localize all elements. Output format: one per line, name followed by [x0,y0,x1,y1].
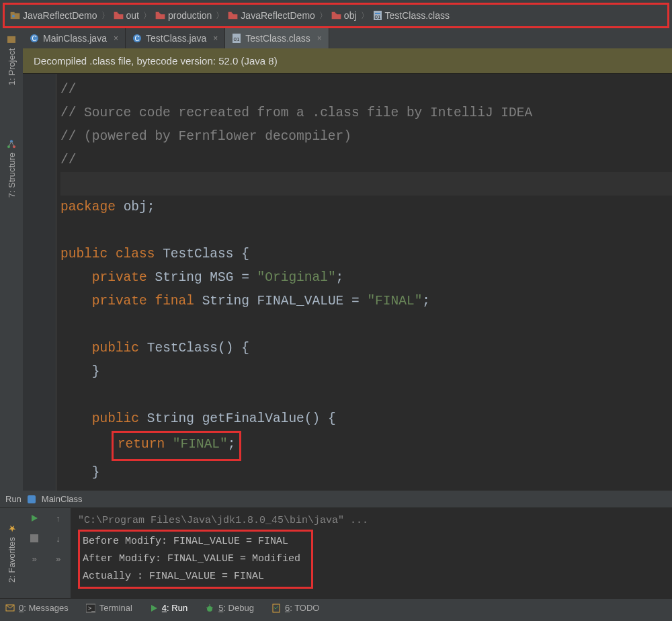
up-button[interactable]: ↑ [52,512,65,524]
status-terminal[interactable]: >_ Terminal [86,603,132,613]
svg-rect-6 [7,36,15,43]
svg-text:C: C [32,35,36,42]
breadcrumb-label: obj [344,10,357,21]
down-button[interactable]: ↓ [52,532,65,544]
breadcrumb-item-root[interactable]: JavaReflectDemo [10,10,97,21]
status-label: 4: Run [162,603,187,613]
more-button[interactable]: » [52,552,65,565]
editor: C MainClass.java × C TestClass.java × 01… [23,28,672,491]
stop-button[interactable] [28,532,40,544]
run-panel: Run MainClass 2: Favorites ★ » ↑ ↓ » "C:… [0,491,672,598]
tool-structure[interactable]: 7: Structure [7,139,17,198]
svg-text:>_: >_ [88,605,95,612]
svg-text:C: C [134,35,139,42]
console-line: Actually : FINAL_VALUE = FINAL [83,568,300,585]
chevron-right-icon: 〉 [216,10,224,22]
status-debug[interactable]: 5: Debug [205,603,254,613]
svg-rect-16 [28,495,36,503]
tool-label: 1: Project [7,48,17,85]
console-line: Before Modify: FINAL_VALUE = FINAL [83,533,300,550]
gutter[interactable] [23,74,56,491]
tool-favorites[interactable]: 2: Favorites ★ [7,524,17,583]
breadcrumb-item[interactable]: out [114,10,139,21]
tab-label: MainClass.java [43,33,107,44]
breadcrumb-item[interactable]: obj [331,10,357,21]
tool-project[interactable]: 1: Project [7,35,17,85]
more-button[interactable]: » [28,552,40,565]
folder-icon [331,11,341,19]
left-tool-rail-lower: 2: Favorites ★ [0,508,23,598]
run-toolbar-inner: ↑ ↓ » [46,508,71,598]
highlighted-output: Before Modify: FINAL_VALUE = FINAL After… [78,530,313,589]
play-icon [150,604,158,612]
close-icon[interactable]: × [114,34,118,43]
svg-point-21 [207,606,212,612]
status-run[interactable]: 4: Run [150,603,187,613]
banner-text: Decompiled .class file, bytecode version… [34,55,278,67]
chevron-right-icon: 〉 [143,10,151,22]
chevron-right-icon: 〉 [319,10,327,22]
svg-text:01: 01 [234,36,240,42]
module-icon [10,11,20,19]
chevron-right-icon: 〉 [101,10,110,22]
tab-mainclass[interactable]: C MainClass.java × [23,28,126,48]
classfile-icon: 01 [373,11,382,20]
code-area[interactable]: // // Source code recreated from a .clas… [23,74,672,491]
tab-testclass-java[interactable]: C TestClass.java × [126,28,225,48]
structure-icon [7,139,16,149]
project-icon [7,35,16,44]
console-cmd: "C:\Program Files\Java\jdk1.8.0_45\bin\j… [78,512,665,530]
run-title: Run [5,494,22,504]
messages-icon [5,604,15,613]
highlighted-return: return "FINAL"; [112,431,242,461]
status-label: 0: Messages [19,603,69,613]
status-label: 6: TODO [285,603,320,613]
run-toolbar-left: » [23,508,46,598]
bug-icon [205,604,214,613]
status-messages[interactable]: 0: Messages [5,603,69,613]
breadcrumb-label: JavaReflectDemo [241,10,315,21]
status-todo[interactable]: 6: TODO [271,603,320,613]
tool-label: 2: Favorites [7,537,17,583]
left-tool-rail: 1: Project 7: Structure [0,28,23,491]
classfile-icon: 01 [232,34,241,43]
breadcrumb-label: production [168,10,212,21]
breadcrumb-item[interactable]: production [155,10,212,21]
console-line: After Modify: FINAL_VALUE = Modified [83,550,300,568]
terminal-icon: >_ [86,604,95,613]
close-icon[interactable]: × [213,34,218,43]
editor-tabs: C MainClass.java × C TestClass.java × 01… [23,28,672,48]
status-label: Terminal [99,603,132,613]
source-code[interactable]: // // Source code recreated from a .clas… [56,74,672,491]
status-label: 5: Debug [218,603,254,613]
close-icon[interactable]: × [317,34,322,43]
app-icon [27,495,36,504]
tab-label: TestClass.java [146,33,206,44]
java-class-icon: C [132,34,142,43]
tab-label: TestClass.class [245,33,310,44]
breadcrumb-label: out [126,10,139,21]
svg-rect-1 [11,12,15,14]
breadcrumb[interactable]: JavaReflectDemo 〉 out 〉 production 〉 Jav… [3,3,669,28]
breadcrumb-item[interactable]: JavaReflectDemo [228,10,315,21]
folder-icon [114,11,124,19]
folder-icon [155,11,165,19]
svg-text:01: 01 [374,14,380,20]
todo-icon [271,604,281,613]
svg-rect-0 [11,13,20,19]
tab-testclass-class[interactable]: 01 TestClass.class × [225,28,329,48]
decompile-banner: Decompiled .class file, bytecode version… [23,48,672,74]
tool-label: 7: Structure [7,153,17,198]
star-icon: ★ [7,524,16,533]
breadcrumb-item-file[interactable]: 01 TestClass.class [373,10,450,21]
run-header[interactable]: Run MainClass [0,491,672,508]
svg-rect-17 [30,534,38,542]
java-class-icon: C [30,34,39,43]
status-bar: 0: Messages >_ Terminal 4: Run 5: Debug … [0,598,672,617]
breadcrumb-label: TestClass.class [385,10,450,21]
folder-icon [228,11,238,19]
svg-rect-2 [12,15,14,17]
console-output[interactable]: "C:\Program Files\Java\jdk1.8.0_45\bin\j… [71,508,672,598]
chevron-right-icon: 〉 [361,10,369,22]
rerun-button[interactable] [28,512,40,524]
